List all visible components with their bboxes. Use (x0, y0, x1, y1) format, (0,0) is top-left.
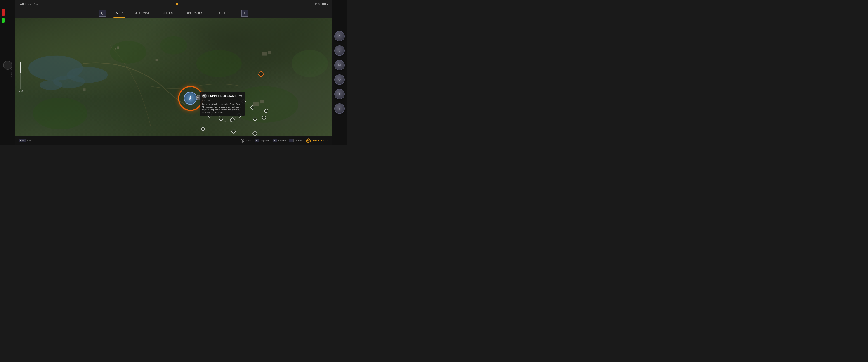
to-player-action: V To player (254, 139, 270, 142)
right-btn-j[interactable]: J (334, 46, 345, 56)
map-container[interactable]: ◄ ×2 (16, 18, 332, 136)
bottom-left: Esc Exit (19, 139, 31, 142)
top-bar-lines (162, 4, 175, 4)
stash-header: POPPY FIELD STASH (202, 94, 242, 98)
svg-point-22 (204, 95, 205, 96)
stash-type: STASH (202, 99, 242, 101)
tab-tutorial[interactable]: Tutorial (210, 10, 238, 16)
top-bar-center (162, 3, 191, 5)
svg-rect-13 (262, 52, 267, 56)
l-key[interactable]: L (273, 139, 277, 142)
f-key[interactable]: F (289, 139, 293, 142)
svg-marker-23 (239, 94, 242, 97)
right-btn-o[interactable]: O (334, 75, 345, 85)
svg-rect-16 (253, 102, 258, 106)
time-battery: 11:35 (315, 3, 327, 5)
green-indicator (2, 18, 4, 23)
top-bar-lines-right (179, 4, 191, 4)
zoom-action: Zoom (240, 139, 251, 143)
tab-map[interactable]: Map (110, 10, 129, 16)
main-area: Lesser Zone 11:35 Q Map (16, 0, 332, 145)
svg-point-5 (160, 36, 187, 54)
svg-point-4 (110, 41, 147, 63)
svg-rect-12 (156, 59, 158, 61)
time-display: 11:35 (315, 3, 321, 5)
v-key[interactable]: V (254, 139, 259, 142)
tab-notes[interactable]: Notes (156, 10, 180, 16)
svg-point-6 (196, 50, 242, 77)
svg-point-20 (190, 98, 191, 99)
tab-journal[interactable]: Journal (129, 10, 156, 16)
marker-9[interactable] (262, 116, 266, 120)
zoom-bar (20, 62, 22, 89)
nav-tabs: Q Map Journal Notes Upgrades Tutorial E (16, 8, 332, 18)
signal-bar-4 (23, 3, 24, 5)
zoom-label: ◄ ×2 (19, 90, 23, 92)
compass-icon (187, 95, 194, 102)
thegamer-text: THEGAMER (313, 139, 329, 142)
zoom-label: Zoom (246, 139, 251, 142)
battery-fill (323, 3, 326, 4)
svg-rect-10 (115, 48, 116, 50)
zoom-bar-fill (20, 62, 22, 73)
untrack-action: F Untrack (289, 139, 303, 142)
svg-text:TG: TG (307, 140, 310, 142)
tab-upgrades[interactable]: Upgrades (180, 10, 210, 16)
svg-point-3 (40, 80, 62, 90)
player-icon (184, 92, 197, 105)
signal-bar-3 (22, 3, 23, 5)
direction-arrow (239, 94, 242, 98)
carrier-info: Lesser Zone (20, 3, 39, 5)
svg-point-21 (198, 97, 199, 98)
top-line-2 (167, 4, 172, 4)
svg-point-9 (291, 50, 328, 77)
battery-icon (322, 3, 327, 5)
untrack-label: Untrack (295, 139, 303, 142)
red-indicator (2, 8, 4, 16)
right-btn-c[interactable]: C (334, 31, 345, 41)
right-btn-m[interactable]: M (334, 60, 345, 71)
legend-label: Legend (278, 139, 286, 142)
top-line-5 (182, 4, 186, 4)
carrier-name: Lesser Zone (25, 3, 39, 5)
marker-12[interactable] (264, 109, 268, 113)
stash-radiation-icon (203, 94, 206, 97)
thegamer-logo-icon: TG (306, 138, 311, 143)
top-line-3 (173, 4, 175, 4)
svg-rect-11 (117, 46, 119, 49)
left-panel: KEKEKE (0, 0, 16, 145)
zoom-indicator: ◄ ×2 (19, 62, 23, 92)
top-line-6 (187, 4, 191, 4)
terrain-svg (16, 18, 332, 136)
to-player-label: To player (260, 139, 270, 142)
svg-rect-14 (268, 51, 271, 54)
stash-description: I've got a stash by a hut in the Poppy F… (202, 103, 242, 114)
exit-label: Exit (27, 139, 31, 142)
svg-rect-15 (83, 88, 86, 91)
zoom-icon (240, 139, 244, 143)
stash-tooltip: POPPY FIELD STASH STASH I've got a stash… (199, 92, 245, 116)
right-panel: C J M O I S (332, 0, 347, 145)
svg-point-25 (242, 140, 243, 141)
legend-action: L Legend (273, 139, 286, 142)
bottom-bar: Esc Exit Zoom V To player L Legend (16, 136, 332, 145)
thegamer-logo: TG THEGAMER (306, 138, 329, 143)
svg-rect-17 (260, 100, 264, 103)
svg-point-7 (33, 98, 88, 130)
stash-name: POPPY FIELD STASH (209, 94, 236, 97)
signal-bars (20, 3, 24, 5)
key-q-button[interactable]: Q (99, 9, 106, 17)
top-line-1 (162, 4, 166, 4)
top-line-4 (179, 4, 182, 4)
key-e-button[interactable]: E (241, 9, 248, 17)
right-btn-i[interactable]: I (334, 89, 345, 99)
signal-bar-2 (21, 4, 22, 5)
signal-bar-1 (20, 4, 21, 5)
top-bar: Lesser Zone 11:35 (16, 0, 332, 8)
left-decoration: KEKEKE (10, 67, 12, 77)
stash-tooltip-icon (202, 94, 207, 98)
bottom-right: Zoom V To player L Legend F Untrack TG (240, 138, 329, 143)
esc-key[interactable]: Esc (19, 139, 26, 142)
notification-dot (176, 3, 178, 5)
right-btn-s[interactable]: S (334, 103, 345, 114)
